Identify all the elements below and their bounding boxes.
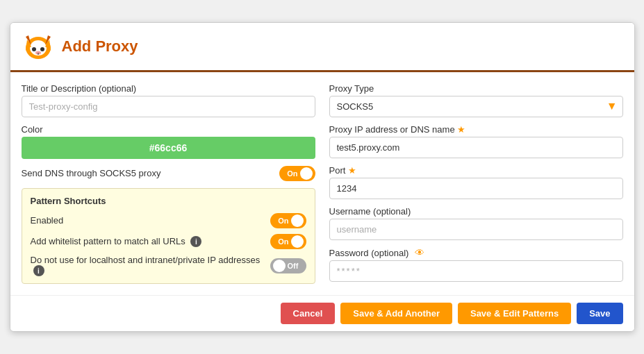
whitelist-info-icon[interactable]: i	[190, 236, 201, 247]
color-field-group: Color #66cc66	[22, 124, 315, 159]
dialog-footer: Cancel Save & Add Another Save & Edit Pa…	[10, 295, 634, 331]
save-edit-patterns-button[interactable]: Save & Edit Patterns	[458, 303, 571, 324]
localhost-label: Do not use for localhost and intranet/pr…	[31, 255, 270, 277]
whitelist-label: Add whitelist pattern to match all URLs …	[31, 236, 270, 248]
dialog-header: Add Proxy	[10, 23, 634, 72]
enabled-toggle[interactable]: On	[270, 213, 306, 228]
pattern-shortcuts-title: Pattern Shortcuts	[31, 196, 306, 206]
dialog-body: Title or Description (optional) Color #6…	[10, 72, 634, 296]
whitelist-toggle[interactable]: On	[270, 234, 306, 249]
save-button[interactable]: Save	[577, 303, 622, 324]
proxy-type-select-wrapper: SOCKS5 SOCKS4 HTTP HTTPS ▼	[329, 96, 623, 117]
title-label: Title or Description (optional)	[22, 83, 315, 94]
color-button[interactable]: #66cc66	[22, 137, 315, 159]
enabled-row: Enabled On	[31, 213, 306, 228]
send-dns-toggle-label: On	[287, 169, 297, 178]
send-dns-row: Send DNS through SOCKS5 proxy On	[22, 166, 315, 181]
enabled-toggle-label: On	[278, 217, 288, 225]
title-field-group: Title or Description (optional)	[22, 83, 315, 117]
port-group: Port ★	[329, 165, 623, 199]
proxy-type-group: Proxy Type SOCKS5 SOCKS4 HTTP HTTPS ▼	[329, 83, 623, 117]
proxy-ip-required-icon: ★	[457, 124, 465, 135]
pattern-shortcuts-box: Pattern Shortcuts Enabled On Add whiteli…	[22, 188, 315, 285]
port-required-icon: ★	[348, 165, 356, 176]
send-dns-toggle-circle	[300, 167, 313, 180]
whitelist-row: Add whitelist pattern to match all URLs …	[31, 234, 306, 249]
save-add-another-button[interactable]: Save & Add Another	[340, 303, 452, 324]
password-input[interactable]	[329, 260, 623, 282]
localhost-toggle-circle	[273, 260, 286, 272]
enabled-label: Enabled	[31, 215, 270, 226]
username-group: Username (optional)	[329, 206, 623, 240]
proxy-ip-input[interactable]	[329, 137, 623, 158]
proxy-ip-group: Proxy IP address or DNS name ★	[329, 124, 623, 158]
right-column: Proxy Type SOCKS5 SOCKS4 HTTP HTTPS ▼ Pr…	[329, 83, 623, 285]
password-label: Password (optional) 👁	[329, 247, 623, 258]
enabled-toggle-circle	[291, 214, 304, 227]
color-label: Color	[22, 124, 315, 135]
localhost-toggle[interactable]: Off	[270, 258, 306, 273]
whitelist-toggle-label: On	[278, 237, 288, 246]
svg-point-7	[40, 47, 44, 51]
username-input[interactable]	[329, 219, 623, 240]
port-label: Port ★	[329, 165, 623, 176]
cancel-button[interactable]: Cancel	[281, 303, 336, 324]
localhost-row: Do not use for localhost and intranet/pr…	[31, 255, 306, 277]
title-input[interactable]	[22, 96, 315, 117]
fox-logo-icon	[22, 30, 55, 63]
password-eye-icon[interactable]: 👁	[415, 247, 424, 258]
proxy-type-label: Proxy Type	[329, 83, 623, 94]
proxy-type-select[interactable]: SOCKS5 SOCKS4 HTTP HTTPS	[329, 96, 623, 117]
port-input[interactable]	[329, 178, 623, 199]
proxy-ip-label: Proxy IP address or DNS name ★	[329, 124, 623, 135]
whitelist-toggle-circle	[291, 235, 304, 248]
username-label: Username (optional)	[329, 206, 623, 217]
send-dns-label: Send DNS through SOCKS5 proxy	[22, 168, 279, 178]
localhost-info-icon[interactable]: i	[33, 265, 44, 276]
svg-point-6	[32, 47, 36, 51]
send-dns-toggle[interactable]: On	[279, 166, 315, 181]
localhost-toggle-label: Off	[288, 262, 299, 270]
left-column: Title or Description (optional) Color #6…	[22, 83, 315, 285]
dialog-title: Add Proxy	[62, 37, 138, 56]
password-group: Password (optional) 👁	[329, 247, 623, 282]
